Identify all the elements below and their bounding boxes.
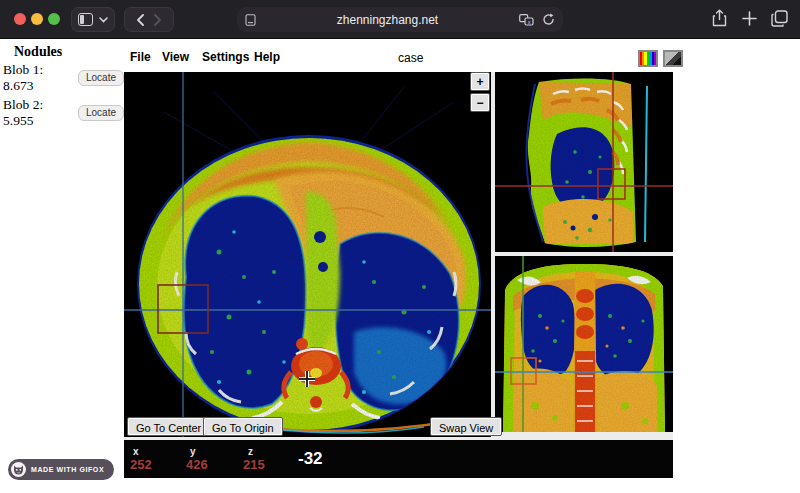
nodule-row: Blob 1: 8.673 Locate (3, 62, 124, 94)
nodules-sidebar: Nodules Blob 1: 8.673 Locate Blob 2: 5.9… (0, 39, 124, 493)
svg-text:x: x (528, 18, 531, 24)
nodule-row: Blob 2: 5.955 Locate (3, 97, 124, 129)
browser-chrome: zhenningzhang.net x (0, 0, 800, 39)
sagittal-view[interactable] (495, 72, 673, 252)
intensity-value: -32 (298, 449, 323, 469)
coordinate-status-bar: x y z 252 426 215 -32 (124, 440, 673, 478)
y-value: 426 (186, 457, 208, 472)
coronal-ct-image (495, 256, 673, 432)
sagittal-ct-image (495, 72, 673, 252)
grayscale-colormap-icon[interactable] (663, 50, 683, 67)
page-icon (245, 14, 256, 26)
locate-button[interactable]: Locate (78, 70, 124, 86)
address-bar[interactable]: zhenningzhang.net x (237, 7, 563, 32)
x-label: x (133, 446, 139, 457)
go-to-center-button[interactable]: Go To Center (127, 417, 210, 436)
nodule-label: Blob 1: 8.673 (3, 62, 74, 94)
z-label: z (248, 446, 253, 457)
nodule-label: Blob 2: 5.955 (3, 97, 74, 129)
tab-overview-icon[interactable] (771, 10, 788, 27)
new-tab-icon[interactable] (742, 11, 757, 26)
share-icon[interactable] (712, 9, 727, 27)
forward-icon[interactable] (154, 14, 162, 26)
z-value: 215 (243, 457, 265, 472)
locate-button[interactable]: Locate (78, 105, 124, 121)
gifox-badge: MADE WITH GIFOX (8, 459, 114, 480)
ct-viewer-app: File View Settings Help case (124, 47, 673, 478)
reload-icon[interactable] (542, 13, 555, 26)
menu-help[interactable]: Help (254, 50, 280, 64)
menu-bar: File View Settings Help case (124, 47, 673, 72)
chevron-down-icon[interactable] (99, 17, 108, 23)
axial-view[interactable] (124, 72, 491, 437)
minimize-window-button[interactable] (31, 13, 43, 25)
fullscreen-window-button[interactable] (48, 13, 60, 25)
go-to-origin-button[interactable]: Go To Origin (203, 417, 283, 436)
sidebar-panel-icon[interactable] (78, 13, 93, 26)
rainbow-colormap-icon[interactable] (638, 50, 658, 67)
menu-file[interactable]: File (130, 50, 151, 64)
back-icon[interactable] (136, 14, 144, 26)
nodules-title: Nodules (14, 44, 124, 60)
nav-buttons-group (124, 7, 174, 32)
gifox-badge-text: MADE WITH GIFOX (31, 466, 104, 473)
menu-settings[interactable]: Settings (202, 50, 249, 64)
case-title: case (398, 51, 423, 65)
close-window-button[interactable] (14, 13, 26, 25)
coronal-view[interactable] (495, 256, 673, 432)
sidebar-toggle-group (71, 7, 115, 32)
url-text: zhenningzhang.net (256, 13, 519, 27)
zoom-in-button[interactable]: + (470, 72, 490, 91)
swap-view-button[interactable]: Swap View (430, 417, 502, 436)
menu-view[interactable]: View (162, 50, 189, 64)
x-value: 252 (130, 457, 152, 472)
zoom-out-button[interactable]: − (470, 93, 490, 112)
y-label: y (190, 446, 196, 457)
fox-icon (11, 462, 26, 477)
axial-ct-image (124, 72, 491, 437)
translate-icon[interactable]: x (519, 14, 534, 26)
viewer-area: + − Go To Center Go To Origin Swap View … (124, 72, 673, 478)
